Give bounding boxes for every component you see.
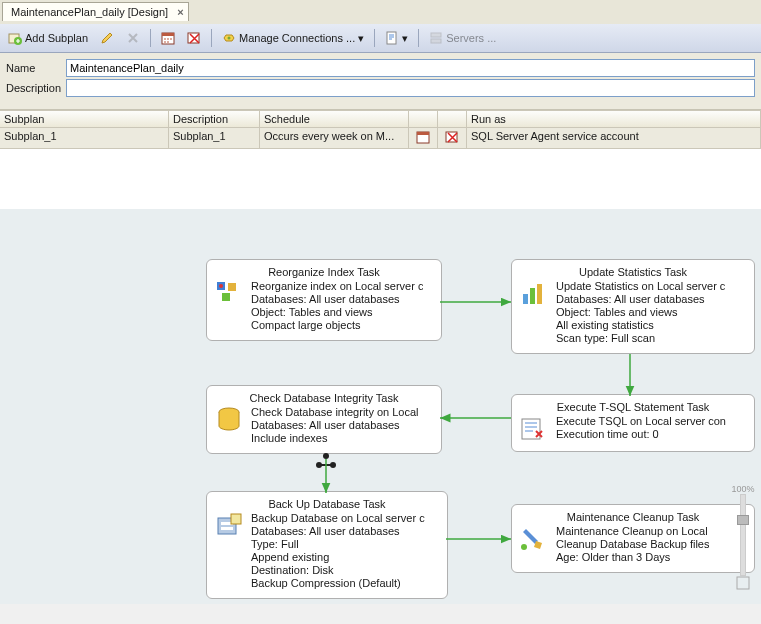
description-label: Description — [6, 82, 66, 94]
separator — [418, 29, 419, 47]
cleanup-icon — [520, 525, 548, 553]
manage-connections-button[interactable]: Manage Connections ... ▾ — [218, 29, 368, 47]
servers-button: Servers ... — [425, 29, 500, 47]
report-button[interactable]: ▾ — [381, 29, 412, 47]
task-text: Reorganize index on Local server c Datab… — [251, 280, 423, 332]
svg-rect-29 — [737, 577, 749, 589]
svg-rect-10 — [417, 132, 429, 135]
svg-rect-8 — [431, 39, 441, 43]
task-text: Execute TSQL on Local server con Executi… — [556, 415, 726, 443]
svg-point-5 — [228, 37, 231, 40]
connection-icon — [222, 31, 236, 45]
chevron-down-icon: ▾ — [358, 32, 364, 45]
calendar-remove-icon — [187, 31, 201, 45]
svg-point-25 — [521, 544, 527, 550]
connector — [440, 413, 511, 423]
cell-runas: SQL Server Agent service account — [467, 128, 761, 148]
report-icon — [385, 31, 399, 45]
svg-point-27 — [316, 462, 322, 468]
task-title: Update Statistics Task — [512, 260, 754, 280]
svg-rect-3 — [162, 33, 174, 36]
task-title: Execute T-SQL Statement Task — [512, 395, 754, 415]
svg-point-28 — [330, 462, 336, 468]
separator — [211, 29, 212, 47]
chevron-down-icon: ▾ — [402, 32, 408, 45]
svg-rect-17 — [530, 288, 535, 304]
col-runas[interactable]: Run as — [467, 111, 761, 127]
zoom-fit-icon[interactable] — [736, 576, 750, 590]
svg-rect-16 — [523, 294, 528, 304]
servers-icon — [429, 31, 443, 45]
task-text: Maintenance Cleanup on Local Cleanup Dat… — [556, 525, 709, 564]
pencil-icon — [100, 31, 114, 45]
grid-empty-area — [0, 149, 761, 209]
reorganize-icon — [215, 280, 243, 308]
task-text: Backup Database on Local server c Databa… — [251, 512, 425, 590]
add-subplan-button[interactable]: Add Subplan — [4, 29, 92, 47]
zoom-slider[interactable]: 100% — [735, 484, 751, 594]
cell-schedule: Occurs every week on M... — [260, 128, 409, 148]
edit-subplan-button[interactable] — [96, 29, 118, 47]
table-row[interactable]: Subplan_1 Subplan_1 Occurs every week on… — [0, 128, 761, 149]
reorganize-index-task[interactable]: Reorganize Index Task Reorganize index o… — [206, 259, 442, 341]
svg-rect-24 — [231, 514, 241, 524]
calendar-icon — [416, 130, 430, 144]
col-schedule[interactable]: Schedule — [260, 111, 409, 127]
connector — [625, 354, 635, 396]
name-input[interactable] — [66, 59, 755, 77]
subplan-grid: Subplan Description Schedule Run as Subp… — [0, 110, 761, 149]
connector — [316, 453, 336, 493]
close-icon[interactable]: × — [177, 6, 183, 18]
database-icon — [215, 406, 243, 434]
update-statistics-task[interactable]: Update Statistics Task Update Statistics… — [511, 259, 755, 354]
properties-panel: Name Description — [0, 53, 761, 110]
task-title: Back Up Database Task — [207, 492, 447, 512]
cell-subplan: Subplan_1 — [0, 128, 169, 148]
connector — [446, 534, 511, 544]
task-title: Maintenance Cleanup Task — [512, 505, 754, 525]
statistics-icon — [520, 280, 548, 308]
tsql-icon — [520, 415, 548, 443]
calendar-icon — [161, 31, 175, 45]
cell-description: Subplan_1 — [169, 128, 260, 148]
grid-header: Subplan Description Schedule Run as — [0, 110, 761, 128]
svg-rect-23 — [221, 527, 233, 530]
connector — [440, 297, 511, 307]
backup-database-task[interactable]: Back Up Database Task Backup Database on… — [206, 491, 448, 599]
task-title: Reorganize Index Task — [207, 260, 441, 280]
delete-icon — [126, 31, 140, 45]
design-canvas[interactable]: Reorganize Index Task Reorganize index o… — [0, 209, 761, 604]
add-icon — [8, 31, 22, 45]
separator — [150, 29, 151, 47]
tab-title: MaintenancePlan_daily [Design] — [11, 6, 168, 18]
col-subplan[interactable]: Subplan — [0, 111, 169, 127]
svg-rect-18 — [537, 284, 542, 304]
name-label: Name — [6, 62, 66, 74]
col-description[interactable]: Description — [169, 111, 260, 127]
svg-rect-13 — [228, 283, 236, 291]
cell-remove-icon[interactable] — [438, 128, 467, 148]
backup-icon — [215, 512, 243, 540]
delete-subplan-button — [122, 29, 144, 47]
svg-rect-6 — [387, 32, 396, 44]
maintenance-cleanup-task[interactable]: Maintenance Cleanup Task Maintenance Cle… — [511, 504, 755, 573]
remove-schedule-button[interactable] — [183, 29, 205, 47]
zoom-thumb[interactable] — [737, 515, 749, 525]
col-icon1 — [409, 111, 438, 127]
tab-bar: MaintenancePlan_daily [Design] × — [0, 0, 761, 24]
toolbar: Add Subplan Manage Connections ... ▾ ▾ S… — [0, 24, 761, 53]
calendar-button[interactable] — [157, 29, 179, 47]
task-title: Check Database Integrity Task — [207, 386, 441, 406]
zoom-track[interactable] — [740, 494, 746, 576]
svg-rect-14 — [222, 293, 230, 301]
task-text: Update Statistics on Local server c Data… — [556, 280, 725, 345]
check-integrity-task[interactable]: Check Database Integrity Task Check Data… — [206, 385, 442, 454]
cell-cal-icon[interactable] — [409, 128, 438, 148]
zoom-label: 100% — [731, 484, 754, 494]
description-input[interactable] — [66, 79, 755, 97]
separator — [374, 29, 375, 47]
execute-tsql-task[interactable]: Execute T-SQL Statement Task Execute TSQ… — [511, 394, 755, 452]
document-tab[interactable]: MaintenancePlan_daily [Design] × — [2, 2, 189, 21]
calendar-remove-icon — [445, 130, 459, 144]
svg-point-15 — [219, 284, 223, 288]
